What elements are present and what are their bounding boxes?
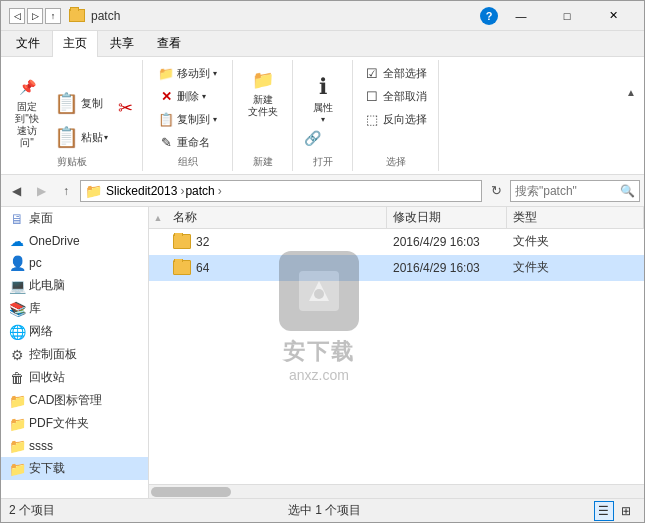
move-to-button[interactable]: 📁 移动到 ▾ bbox=[153, 62, 222, 84]
title-bar-controls[interactable]: ◁ ▷ ↑ bbox=[9, 8, 61, 24]
sidebar-item-onedrive[interactable]: ☁ OneDrive bbox=[1, 230, 148, 252]
deselect-all-button[interactable]: ☐ 全部取消 bbox=[359, 85, 432, 107]
sidebar-item-control[interactable]: ⚙ 控制面板 bbox=[1, 343, 148, 366]
title-text: patch bbox=[91, 9, 480, 23]
invert-select-button[interactable]: ⬚ 反向选择 bbox=[359, 108, 432, 130]
view-buttons: ☰ ⊞ bbox=[594, 501, 636, 521]
col-header-type[interactable]: 类型 bbox=[507, 207, 644, 228]
file-list-container: 安下载 anxz.com ▲ 名称 修改日期 类型 32 2016/4/2 bbox=[149, 207, 644, 498]
path-segment-2[interactable]: patch › bbox=[185, 184, 222, 198]
ribbon-group-organize: 📁 移动到 ▾ ✕ 删除 ▾ 📋 复制到 ▾ ✎ 重命名 组织 bbox=[143, 60, 233, 171]
invert-select-icon: ⬚ bbox=[364, 111, 380, 127]
folder-icon: 📁 bbox=[158, 65, 174, 81]
delete-button[interactable]: ✕ 删除 ▾ bbox=[153, 85, 211, 107]
copy-button[interactable]: 📋 复制 bbox=[49, 87, 113, 119]
tab-home[interactable]: 主页 bbox=[52, 30, 98, 57]
search-icon[interactable]: 🔍 bbox=[620, 184, 635, 198]
open-extra-icon: 🔗 bbox=[304, 130, 321, 146]
delete-icon: ✕ bbox=[158, 88, 174, 104]
main-content: 🖥 桌面 ☁ OneDrive 👤 pc 💻 此电脑 📚 库 🌐 网络 ⚙ 控制… bbox=[1, 207, 644, 498]
ribbon: 📌 固定到"快速访问" 📋 复制 📋 粘贴 ▾ ✂ 剪贴板 bbox=[1, 57, 644, 175]
new-folder-icon: 📁 bbox=[249, 66, 277, 94]
copy-to-button[interactable]: 📋 复制到 ▾ bbox=[153, 108, 222, 130]
recycle-icon: 🗑 bbox=[9, 370, 25, 386]
up-button[interactable]: ↑ bbox=[55, 180, 77, 202]
deselect-all-icon: ☐ bbox=[364, 88, 380, 104]
library-icon: 📚 bbox=[9, 301, 25, 317]
search-box[interactable]: 🔍 bbox=[510, 180, 640, 202]
forward-button[interactable]: ▶ bbox=[30, 180, 52, 202]
organize-label: 组织 bbox=[178, 153, 198, 169]
file-cell-name-32: 32 bbox=[167, 233, 387, 250]
paste-icon: 📋 bbox=[54, 125, 79, 149]
sidebar-item-cad[interactable]: 📁 CAD图标管理 bbox=[1, 389, 148, 412]
close-button[interactable]: ✕ bbox=[590, 1, 636, 31]
path-segment-1[interactable]: Slickedit2013 › bbox=[106, 184, 185, 198]
sidebar-item-pc[interactable]: 👤 pc bbox=[1, 252, 148, 274]
sidebar-label-desktop: 桌面 bbox=[29, 210, 53, 227]
address-path[interactable]: 📁 Slickedit2013 › patch › bbox=[80, 180, 482, 202]
scissors-area: ✂ bbox=[115, 97, 136, 119]
tab-view[interactable]: 查看 bbox=[146, 30, 192, 56]
sidebar-item-pdf[interactable]: 📁 PDF文件夹 bbox=[1, 412, 148, 435]
select-label: 选择 bbox=[386, 153, 406, 169]
open-label: 打开 bbox=[313, 153, 333, 169]
ribbon-group-new: 📁 新建文件夹 新建 bbox=[233, 60, 293, 171]
title-bar-folder-icon bbox=[69, 9, 85, 22]
title-bar-btn-back[interactable]: ◁ bbox=[9, 8, 25, 24]
status-bar: 2 个项目 选中 1 个项目 ☰ ⊞ bbox=[1, 498, 644, 522]
ribbon-group-open: ℹ 属性 ▾ 🔗 打开 bbox=[293, 60, 353, 171]
control-icon: ⚙ bbox=[9, 347, 25, 363]
file-row-64[interactable]: 64 2016/4/29 16:03 文件夹 bbox=[149, 255, 644, 281]
copy-icon: 📋 bbox=[54, 91, 79, 115]
sidebar-item-thispc[interactable]: 💻 此电脑 bbox=[1, 274, 148, 297]
select-all-button[interactable]: ☑ 全部选择 bbox=[359, 62, 432, 84]
col-header-name[interactable]: 名称 bbox=[167, 207, 387, 228]
properties-button[interactable]: ℹ 属性 ▾ bbox=[304, 69, 342, 128]
folder-icon-32 bbox=[173, 234, 191, 249]
thispc-icon: 💻 bbox=[9, 278, 25, 294]
back-button[interactable]: ◀ bbox=[5, 180, 27, 202]
sidebar-label-onedrive: OneDrive bbox=[29, 234, 80, 248]
title-bar-btn-up[interactable]: ↑ bbox=[45, 8, 61, 24]
sidebar-label-thispc: 此电脑 bbox=[29, 277, 65, 294]
sidebar-item-library[interactable]: 📚 库 bbox=[1, 297, 148, 320]
new-label: 新建 bbox=[253, 153, 273, 169]
help-button[interactable]: ? bbox=[480, 7, 498, 25]
tab-file[interactable]: 文件 bbox=[5, 30, 51, 56]
title-bar-btn-fwd[interactable]: ▷ bbox=[27, 8, 43, 24]
col-header-date[interactable]: 修改日期 bbox=[387, 207, 507, 228]
ribbon-collapse-btn[interactable]: ▲ bbox=[622, 83, 640, 101]
rename-button[interactable]: ✎ 重命名 bbox=[153, 131, 215, 153]
sidebar-item-ssss[interactable]: 📁 ssss bbox=[1, 435, 148, 457]
new-folder-button[interactable]: 📁 新建文件夹 bbox=[243, 62, 283, 122]
sidebar-label-ssss: ssss bbox=[29, 439, 53, 453]
tab-share[interactable]: 共享 bbox=[99, 30, 145, 56]
h-scroll-thumb[interactable] bbox=[151, 487, 231, 497]
clipboard-label: 剪贴板 bbox=[57, 153, 87, 169]
select-all-icon: ☑ bbox=[364, 65, 380, 81]
sidebar-item-network[interactable]: 🌐 网络 bbox=[1, 320, 148, 343]
refresh-button[interactable]: ↻ bbox=[485, 180, 507, 202]
file-row-32[interactable]: 32 2016/4/29 16:03 文件夹 bbox=[149, 229, 644, 255]
paste-button[interactable]: 📋 粘贴 ▾ bbox=[49, 121, 113, 153]
sidebar-item-desktop[interactable]: 🖥 桌面 bbox=[1, 207, 148, 230]
properties-icon: ℹ bbox=[309, 73, 337, 101]
pin-button[interactable]: 📌 固定到"快速访问" bbox=[7, 69, 47, 153]
search-input[interactable] bbox=[515, 184, 620, 198]
sidebar-item-recycle[interactable]: 🗑 回收站 bbox=[1, 366, 148, 389]
desktop-icon: 🖥 bbox=[9, 211, 25, 227]
maximize-button[interactable]: □ bbox=[544, 1, 590, 31]
detail-view-button[interactable]: ☰ bbox=[594, 501, 614, 521]
h-scroll[interactable] bbox=[149, 484, 644, 498]
minimize-button[interactable]: — bbox=[498, 1, 544, 31]
sidebar-label-pc: pc bbox=[29, 256, 42, 270]
anxz-folder-icon: 📁 bbox=[9, 461, 25, 477]
window-controls: — □ ✕ bbox=[498, 1, 636, 31]
large-icon-view-button[interactable]: ⊞ bbox=[616, 501, 636, 521]
sidebar-label-network: 网络 bbox=[29, 323, 53, 340]
sidebar-item-anxz[interactable]: 📁 安下载 bbox=[1, 457, 148, 480]
ribbon-group-select: ☑ 全部选择 ☐ 全部取消 ⬚ 反向选择 选择 bbox=[353, 60, 439, 171]
pdf-folder-icon: 📁 bbox=[9, 416, 25, 432]
col-expand-header: ▲ bbox=[149, 207, 167, 228]
